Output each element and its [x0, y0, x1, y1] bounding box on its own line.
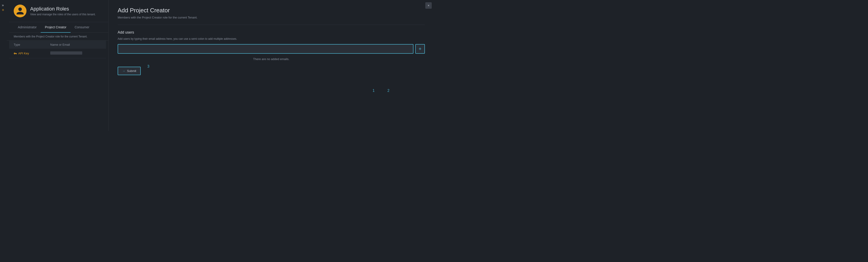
- data-table: Type Name or Email API Key: [9, 41, 106, 58]
- page-title: Application Roles: [30, 6, 96, 12]
- add-users-title: Add users: [118, 30, 425, 34]
- email-input-row: +: [118, 44, 425, 54]
- submit-button[interactable]: → Submit: [118, 67, 141, 75]
- submit-label: Submit: [127, 69, 136, 73]
- header-text: Application Roles View and manage the ro…: [30, 6, 96, 16]
- table-header: Type Name or Email: [9, 41, 106, 48]
- step-1-label: 1: [373, 89, 375, 93]
- submit-arrow-icon: →: [122, 69, 125, 73]
- table-row: API Key: [9, 48, 106, 58]
- left-panel: Application Roles View and manage the ro…: [0, 0, 108, 131]
- no-emails-message: There are no added emails.: [118, 56, 425, 62]
- tab-consumer[interactable]: Consumer: [70, 22, 94, 33]
- col-type: Type: [14, 43, 50, 46]
- step-3-label: 3: [147, 64, 149, 68]
- tab-project-creator[interactable]: Project Creator: [41, 22, 70, 33]
- page-header: Application Roles View and manage the ro…: [9, 0, 108, 22]
- avatar: [14, 5, 27, 18]
- cell-type: API Key: [14, 52, 50, 55]
- cell-name-email: [50, 52, 101, 55]
- col-name-email: Name or Email: [50, 43, 101, 46]
- add-email-button[interactable]: +: [415, 44, 425, 54]
- email-input[interactable]: [118, 44, 413, 54]
- user-avatar-icon: [16, 7, 25, 15]
- panel-subtitle: Members with the Project Creator role fo…: [118, 16, 425, 25]
- api-key-icon: [14, 52, 17, 55]
- right-panel: × Add Project Creator Members with the P…: [108, 0, 434, 131]
- tab-administrator[interactable]: Administrator: [14, 22, 41, 33]
- api-key-label: API Key: [18, 52, 29, 55]
- tabs-container: Administrator Project Creator Consumer: [9, 22, 108, 33]
- step-2-label: 2: [388, 89, 390, 93]
- page-subtitle: View and manage the roles of the users o…: [30, 13, 96, 16]
- redacted-value: [50, 52, 82, 55]
- panel-title: Add Project Creator: [118, 7, 425, 14]
- sidebar-toggle-icon[interactable]: »: [2, 3, 4, 7]
- add-nav-icon[interactable]: +: [2, 8, 4, 12]
- close-button[interactable]: ×: [425, 2, 432, 9]
- tab-description: Members with the Project Creator role fo…: [7, 33, 108, 41]
- add-users-description: Add users by typing their email address …: [118, 37, 425, 41]
